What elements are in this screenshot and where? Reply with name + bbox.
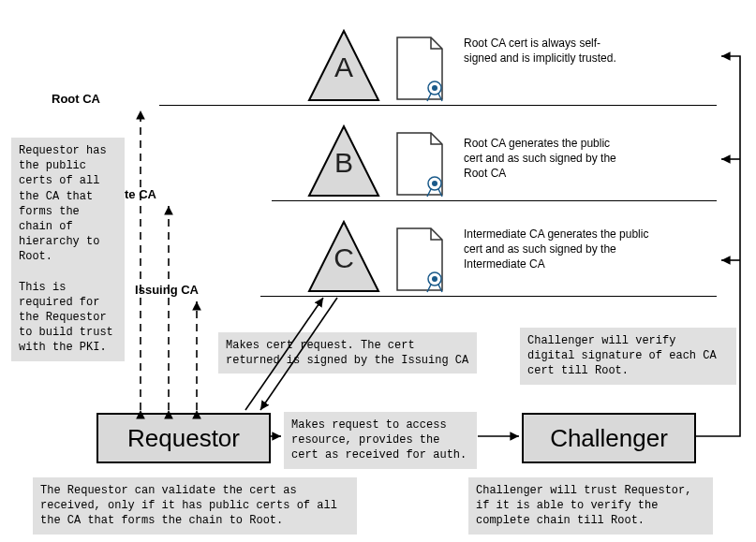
intermediate-ca-cert-icon	[393, 131, 450, 198]
pki-diagram: Root CA A Root CA cert is always self-si…	[0, 0, 756, 542]
root-ca-cert-icon	[393, 36, 450, 103]
svg-point-2	[432, 85, 437, 91]
issuing-ca-letter: C	[325, 242, 363, 274]
svg-point-8	[432, 276, 437, 282]
note-cert-request: Makes cert request. The cert returned is…	[218, 332, 477, 374]
root-ca-letter: A	[325, 51, 363, 83]
note-requestor-pki: Requestor has the public certs of all th…	[11, 138, 125, 361]
challenger-label: Challenger	[550, 424, 668, 453]
issuing-ca-line	[260, 296, 717, 297]
note-requestor-validate: The Requestor can validate the cert as r…	[33, 477, 357, 535]
issuing-ca-desc: Intermediate CA generates the public cer…	[464, 227, 651, 272]
requestor-label: Requestor	[127, 424, 240, 453]
requestor-box: Requestor	[96, 413, 271, 463]
root-ca-label: Root CA	[0, 92, 100, 106]
note-challenger-trust: Challenger will trust Requestor, if it i…	[468, 477, 713, 535]
note-access-request: Makes request to access resource, provid…	[284, 412, 477, 469]
note-challenger-verify: Challenger will verify digital signature…	[520, 328, 736, 385]
root-ca-desc: Root CA cert is always self-signed and i…	[464, 36, 623, 66]
challenger-box: Challenger	[522, 413, 696, 463]
intermediate-ca-letter: B	[325, 147, 363, 179]
issuing-ca-cert-icon	[393, 227, 450, 294]
intermediate-ca-line	[272, 200, 717, 201]
intermediate-ca-desc: Root CA generates the public cert and as…	[464, 136, 623, 182]
root-ca-line	[159, 105, 717, 106]
svg-point-5	[432, 181, 437, 186]
